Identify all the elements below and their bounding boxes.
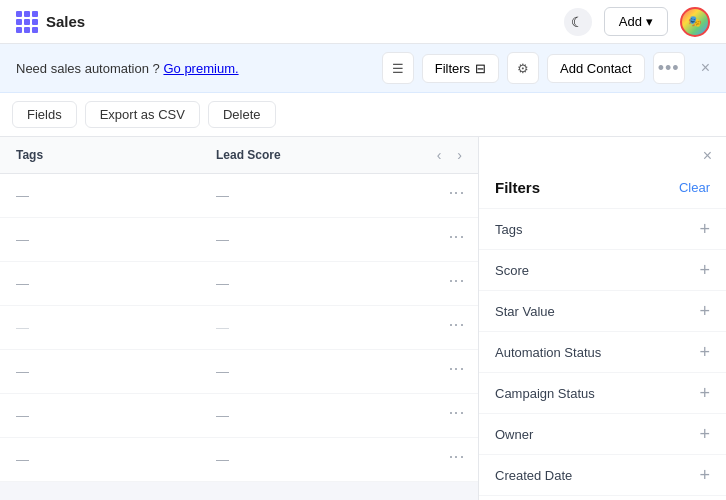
table-header: Tags Lead Score ‹ ›: [0, 137, 478, 174]
table-area: Tags Lead Score ‹ › — — ⋮ — — ⋮ — —: [0, 137, 478, 500]
header-right: ☾ Add ▾ 🎭: [564, 7, 710, 37]
app-title: Sales: [46, 13, 85, 30]
app-icon: [16, 11, 38, 33]
sub-toolbar: Fields Export as CSV Delete: [0, 93, 726, 137]
filters-panel: × Filters Clear Tags + Score + Star Valu…: [478, 137, 726, 500]
filter-owner-expand-icon: +: [699, 425, 710, 443]
settings-icon: ⚙: [517, 61, 529, 76]
cell-actions: ⋮: [435, 449, 478, 470]
filters-close-row: ×: [479, 137, 726, 175]
promotion-banner: Need sales automation ? Go premium. ☰ Fi…: [0, 44, 726, 93]
table-row: — — ⋮: [0, 350, 478, 394]
delete-button[interactable]: Delete: [208, 101, 276, 128]
clear-filters-button[interactable]: Clear: [679, 180, 710, 195]
header: Sales ☾ Add ▾ 🎭: [0, 0, 726, 44]
cell-actions: ⋮: [435, 273, 478, 294]
table-row: — — ⋮: [0, 306, 478, 350]
settings-button[interactable]: ⚙: [507, 52, 539, 84]
filter-owner-label: Owner: [495, 427, 533, 442]
row-menu-button[interactable]: ⋮: [447, 449, 466, 467]
cell-tags: —: [0, 398, 200, 433]
banner-text: Need sales automation ? Go premium.: [16, 61, 239, 76]
cell-actions: ⋮: [435, 405, 478, 426]
filter-star-value-label: Star Value: [495, 304, 555, 319]
filter-automation-status-expand-icon: +: [699, 343, 710, 361]
row-menu-button[interactable]: ⋮: [447, 185, 466, 203]
cell-score: —: [200, 310, 380, 345]
filters-close-button[interactable]: ×: [703, 147, 712, 165]
banner-close-button[interactable]: ×: [701, 59, 710, 77]
filter-icon: ⊟: [475, 61, 486, 76]
row-menu-button[interactable]: ⋮: [447, 273, 466, 291]
banner-actions: ☰ Filters ⊟ ⚙ Add Contact ••• ×: [382, 52, 710, 84]
cell-actions: ⋮: [435, 317, 478, 338]
filter-created-date-label: Created Date: [495, 468, 572, 483]
next-column-button[interactable]: ›: [453, 145, 466, 165]
table-row: — — ⋮: [0, 174, 478, 218]
table-row: — — ⋮: [0, 262, 478, 306]
cell-tags: —: [0, 442, 200, 477]
more-icon: •••: [658, 58, 680, 79]
export-csv-button[interactable]: Export as CSV: [85, 101, 200, 128]
header-left: Sales: [16, 11, 85, 33]
filter-created-date-expand-icon: +: [699, 466, 710, 484]
filter-campaign-status-expand-icon: +: [699, 384, 710, 402]
filter-item-created-date[interactable]: Created Date +: [479, 454, 726, 495]
filters-label: Filters: [435, 61, 470, 76]
filter-tags-label: Tags: [495, 222, 522, 237]
table-row: — — ⋮: [0, 394, 478, 438]
col-nav: ‹ ›: [421, 137, 478, 173]
add-contact-button[interactable]: Add Contact: [547, 54, 645, 83]
filter-score-expand-icon: +: [699, 261, 710, 279]
filter-campaign-status-label: Campaign Status: [495, 386, 595, 401]
cell-tags: —: [0, 354, 200, 389]
prev-column-button[interactable]: ‹: [433, 145, 446, 165]
go-premium-link[interactable]: Go premium.: [163, 61, 238, 76]
cell-score: —: [200, 442, 380, 477]
row-menu-button[interactable]: ⋮: [447, 405, 466, 423]
col-tags-header: Tags: [0, 138, 200, 172]
cell-actions: ⋮: [435, 229, 478, 250]
table-row: — — ⋮: [0, 218, 478, 262]
filters-title: Filters: [495, 179, 540, 196]
filter-item-owner[interactable]: Owner +: [479, 413, 726, 454]
filter-star-value-expand-icon: +: [699, 302, 710, 320]
filters-button[interactable]: Filters ⊟: [422, 54, 499, 83]
filter-item-automation-status[interactable]: Automation Status +: [479, 331, 726, 372]
filter-item-star-value[interactable]: Star Value +: [479, 290, 726, 331]
cell-tags: —: [0, 222, 200, 257]
add-contact-label: Add Contact: [560, 61, 632, 76]
toolbar-right: ☰ Filters ⊟ ⚙ Add Contact •••: [382, 52, 685, 84]
filter-item-score[interactable]: Score +: [479, 249, 726, 290]
theme-toggle-button[interactable]: ☾: [564, 8, 592, 36]
row-menu-button[interactable]: ⋮: [447, 361, 466, 379]
list-icon: ☰: [392, 61, 404, 76]
filter-automation-status-label: Automation Status: [495, 345, 601, 360]
cell-tags: —: [0, 310, 200, 345]
list-view-button[interactable]: ☰: [382, 52, 414, 84]
filters-title-row: Filters Clear: [479, 175, 726, 208]
more-options-button[interactable]: •••: [653, 52, 685, 84]
cell-score: —: [200, 398, 380, 433]
add-label: Add: [619, 14, 642, 29]
filter-tags-expand-icon: +: [699, 220, 710, 238]
fields-button[interactable]: Fields: [12, 101, 77, 128]
filter-item-tags[interactable]: Tags +: [479, 208, 726, 249]
add-button[interactable]: Add ▾: [604, 7, 668, 36]
cell-actions: ⋮: [435, 361, 478, 382]
cell-tags: —: [0, 178, 200, 213]
moon-icon: ☾: [571, 14, 584, 30]
cell-actions: ⋮: [435, 185, 478, 206]
cell-score: —: [200, 354, 380, 389]
col-score-header: Lead Score: [200, 138, 380, 172]
main-content: Tags Lead Score ‹ › — — ⋮ — — ⋮ — —: [0, 137, 726, 500]
cell-score: —: [200, 178, 380, 213]
filter-item-updated-date[interactable]: Updated Date +: [479, 495, 726, 500]
avatar[interactable]: 🎭: [680, 7, 710, 37]
filter-score-label: Score: [495, 263, 529, 278]
filter-item-campaign-status[interactable]: Campaign Status +: [479, 372, 726, 413]
dropdown-icon: ▾: [646, 14, 653, 29]
row-menu-button[interactable]: ⋮: [447, 317, 466, 335]
row-menu-button[interactable]: ⋮: [447, 229, 466, 247]
cell-score: —: [200, 266, 380, 301]
